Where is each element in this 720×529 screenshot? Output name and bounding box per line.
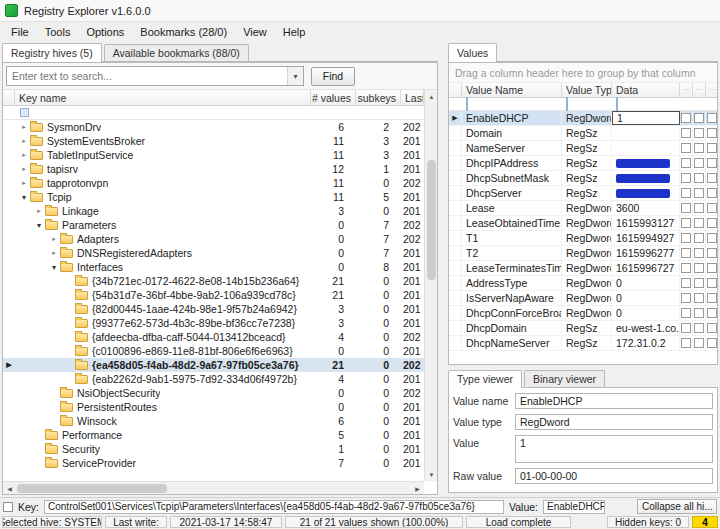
value-row[interactable]: DhcpSubnetMaskRegSz [449, 171, 717, 186]
expand-icon[interactable]: ▸ [49, 235, 59, 243]
tree-row[interactable]: ▾Interfaces08201 [3, 260, 424, 274]
tree-row[interactable]: {99377e62-573d-4b3c-89be-bf36cc7e7238}30… [3, 316, 424, 330]
tab-registry-hives[interactable]: Registry hives (5) [2, 43, 102, 62]
value-row[interactable]: ▶EnableDHCPRegDword1 [449, 111, 717, 126]
scroll-up-icon[interactable]: ▲ [426, 91, 437, 102]
checkbox-cell[interactable] [693, 186, 706, 200]
value-row[interactable]: DhcpIPAddressRegSz [449, 156, 717, 171]
search-input[interactable] [7, 67, 287, 85]
scroll-left-icon[interactable]: ◀ [4, 483, 15, 494]
value-row[interactable]: T1RegDword1615994927 [449, 231, 717, 246]
checkbox-cell[interactable] [680, 141, 693, 155]
menu-item-tools[interactable]: Tools [37, 24, 79, 40]
tree-row[interactable]: ▸SysmonDrv62202 [3, 120, 424, 134]
value-row[interactable]: DhcpDomainRegSzeu-west-1.co... [449, 321, 717, 336]
checkbox-cell[interactable] [706, 291, 718, 305]
vertical-scroll-thumb[interactable] [427, 160, 436, 280]
find-button[interactable]: Find [311, 67, 355, 86]
checkbox-cell[interactable] [680, 186, 693, 200]
tree-row[interactable]: Security10201 [3, 442, 424, 456]
value-row[interactable]: DhcpServerRegSz [449, 186, 717, 201]
column-header-last-write[interactable]: Last wr [401, 90, 424, 105]
tree-row[interactable]: {54b31d7e-36bf-4bbe-9ab2-106a939cd78c}21… [3, 288, 424, 302]
column-header-data[interactable]: Data [612, 83, 680, 97]
checkbox-cell[interactable] [680, 291, 693, 305]
tree-row[interactable]: Performance50201 [3, 428, 424, 442]
checkbox-cell[interactable] [680, 201, 693, 215]
tree-row[interactable]: {afdeecba-dfba-caff-5044-013412bceacd}40… [3, 330, 424, 344]
tab-values[interactable]: Values [448, 43, 497, 62]
checkbox-cell[interactable] [680, 216, 693, 230]
value-row[interactable]: DomainRegSz [449, 126, 717, 141]
tree-row[interactable]: {c0100896-e869-11e8-81bf-806e6f6e6963}00… [3, 344, 424, 358]
tree-row[interactable]: ServiceProvider70201 [3, 456, 424, 470]
collapse-icon[interactable]: ▾ [19, 193, 29, 202]
checkbox-cell[interactable] [693, 261, 706, 275]
menu-item-bookmarks-28-0[interactable]: Bookmarks (28/0) [132, 24, 235, 40]
checkbox-cell[interactable] [706, 201, 718, 215]
checkbox-cell[interactable] [693, 171, 706, 185]
tree-row[interactable]: Winsock60201 [3, 414, 424, 428]
checkbox-cell[interactable] [680, 126, 693, 140]
field-value[interactable]: 1 [515, 435, 713, 463]
filter-value-name[interactable] [462, 98, 562, 110]
horizontal-scroll-thumb[interactable] [17, 484, 167, 493]
checkbox-cell[interactable] [693, 276, 706, 290]
checkbox-cell[interactable] [693, 141, 706, 155]
tree-row[interactable]: ▶{ea458d05-f4ab-48d2-9a67-97fb05ce3a76}2… [3, 358, 424, 372]
scroll-right-icon[interactable]: ▶ [412, 483, 423, 494]
value-row[interactable]: DhcpConnForceBroadcas...RegDword0 [449, 306, 717, 321]
value-row[interactable]: DhcpNameServerRegSz172.31.0.2 [449, 336, 717, 351]
status-checkbox[interactable] [3, 502, 13, 512]
values-filter-row[interactable] [449, 98, 717, 111]
filter-value-type[interactable] [562, 98, 612, 110]
expand-icon[interactable]: ▸ [34, 207, 44, 215]
tree-row[interactable]: NsiObjectSecurity00202 [3, 386, 424, 400]
column-header-key-name[interactable]: Key name [15, 90, 311, 105]
value-row[interactable]: LeaseTerminatesTimeRegDword1615996727 [449, 261, 717, 276]
menu-item-view[interactable]: View [235, 24, 275, 40]
column-header-subkeys-count[interactable]: # subkeys [356, 90, 401, 105]
checkbox-cell[interactable] [680, 231, 693, 245]
collapse-icon[interactable]: ▾ [49, 263, 59, 272]
checkbox-cell[interactable] [680, 276, 693, 290]
expand-icon[interactable]: ▸ [19, 137, 29, 145]
menu-item-file[interactable]: File [3, 24, 37, 40]
tab-available-bookmarks[interactable]: Available bookmarks (88/0) [104, 44, 249, 61]
current-key-path[interactable]: ControlSet001\Services\Tcpip\Parameters\… [44, 500, 504, 514]
checkbox-cell[interactable] [680, 336, 693, 350]
expand-icon[interactable]: ▸ [19, 151, 29, 159]
checkbox-cell[interactable] [680, 261, 693, 275]
tree-row[interactable]: ▸TabletInputService113201 [3, 148, 424, 162]
checkbox-cell[interactable] [680, 306, 693, 320]
column-header-flag-2[interactable]: ⋯ [693, 83, 706, 97]
checkbox-cell[interactable] [693, 306, 706, 320]
tree-row[interactable]: ▸SystemEventsBroker113201 [3, 134, 424, 148]
scroll-down-icon[interactable]: ▼ [426, 469, 437, 480]
checkbox-cell[interactable] [706, 171, 718, 185]
checkbox-cell[interactable] [693, 156, 706, 170]
checkbox-cell[interactable] [706, 246, 718, 260]
tree-vertical-scrollbar[interactable]: ▲ ▼ [424, 90, 437, 481]
tree-row[interactable]: PersistentRoutes00201 [3, 400, 424, 414]
tree-row[interactable]: ▸Linkage30201 [3, 204, 424, 218]
tree-row[interactable]: {34b721ec-0172-4622-8e08-14b15b236a64}21… [3, 274, 424, 288]
field-value[interactable]: RegDword [515, 414, 713, 430]
checkbox-cell[interactable] [706, 216, 718, 230]
tree-horizontal-scrollbar[interactable]: ◀ ▶ [3, 481, 424, 494]
tree-row[interactable]: ▸DNSRegisteredAdapters07201 [3, 246, 424, 260]
tree-row[interactable]: ▸tapprotonvpn110202 [3, 176, 424, 190]
checkbox-cell[interactable] [693, 111, 706, 125]
expand-icon[interactable]: ▸ [19, 165, 29, 173]
checkbox-cell[interactable] [706, 111, 718, 125]
tree-row[interactable]: ▾Tcpip115201 [3, 190, 424, 204]
column-header-values-count[interactable]: # values [311, 90, 356, 105]
filter-data[interactable] [612, 98, 680, 110]
checkbox-cell[interactable] [680, 321, 693, 335]
checkbox-cell[interactable] [680, 246, 693, 260]
checkbox-cell[interactable] [680, 171, 693, 185]
checkbox-cell[interactable] [706, 186, 718, 200]
checkbox-cell[interactable] [706, 141, 718, 155]
checkbox-cell[interactable] [706, 321, 718, 335]
checkbox-cell[interactable] [693, 321, 706, 335]
